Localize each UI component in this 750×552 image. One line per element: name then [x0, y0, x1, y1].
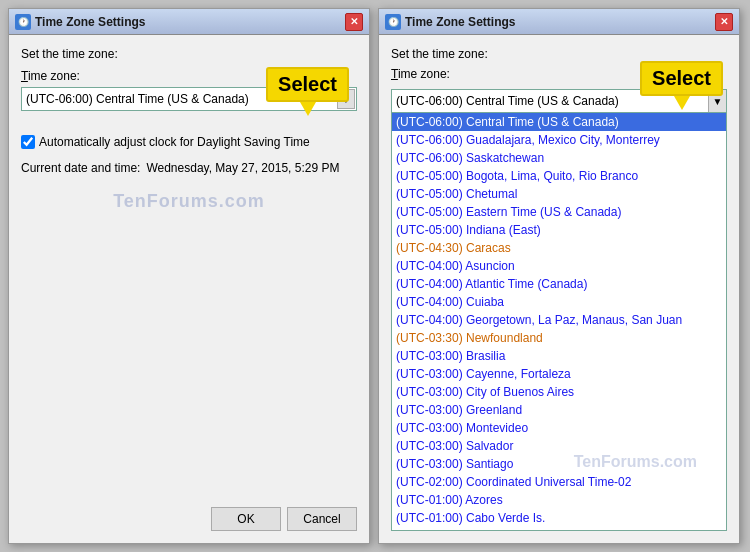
- left-ok-button[interactable]: OK: [211, 507, 281, 531]
- dropdown-item[interactable]: (UTC-05:00) Chetumal: [392, 185, 726, 203]
- dropdown-item[interactable]: (UTC-01:00) Cabo Verde Is.: [392, 509, 726, 527]
- dropdown-item[interactable]: (UTC-03:00) Santiago: [392, 455, 726, 473]
- left-dst-label: Automatically adjust clock for Daylight …: [39, 135, 310, 149]
- dropdown-item[interactable]: (UTC-04:00) Asuncion: [392, 257, 726, 275]
- right-set-timezone-label: Set the time zone:: [391, 47, 727, 61]
- dropdown-item[interactable]: (UTC-02:00) Coordinated Universal Time-0…: [392, 473, 726, 491]
- dropdown-item[interactable]: (UTC-04:00) Georgetown, La Paz, Manaus, …: [392, 311, 726, 329]
- left-window-icon: 🕐: [15, 14, 31, 30]
- left-close-button[interactable]: ✕: [345, 13, 363, 31]
- dropdown-item[interactable]: (UTC-03:00) Greenland: [392, 401, 726, 419]
- dropdown-item[interactable]: (UTC-01:00) Azores: [392, 491, 726, 509]
- right-title-bar: 🕐 Time Zone Settings ✕: [379, 9, 739, 35]
- dropdown-item[interactable]: (UTC-06:00) Central Time (US & Canada): [392, 113, 726, 131]
- left-button-row: OK Cancel: [21, 499, 357, 531]
- dropdown-item[interactable]: (UTC-03:00) Cayenne, Fortaleza: [392, 365, 726, 383]
- left-cancel-button[interactable]: Cancel: [287, 507, 357, 531]
- left-dst-checkbox[interactable]: [21, 135, 35, 149]
- dropdown-item[interactable]: (UTC-05:00) Indiana (East): [392, 221, 726, 239]
- left-current-date-label: Current date and time:: [21, 161, 140, 175]
- dropdown-item[interactable]: (UTC-03:00) Salvador: [392, 437, 726, 455]
- left-callout-arrow: [300, 102, 316, 116]
- left-window-title: Time Zone Settings: [35, 15, 341, 29]
- right-window-body: Set the time zone: Time zone: Select (UT…: [379, 35, 739, 543]
- left-window-body: Set the time zone: Time zone: (UTC-06:00…: [9, 35, 369, 543]
- dropdown-item[interactable]: (UTC-05:00) Bogota, Lima, Quito, Rio Bra…: [392, 167, 726, 185]
- left-watermark: TenForums.com: [21, 191, 357, 212]
- left-current-date-value: Wednesday, May 27, 2015, 5:29 PM: [146, 161, 339, 175]
- dropdown-item[interactable]: (UTC-06:00) Guadalajara, Mexico City, Mo…: [392, 131, 726, 149]
- dropdown-item[interactable]: (UTC-04:00) Cuiaba: [392, 293, 726, 311]
- right-callout-container: Select: [640, 61, 723, 96]
- dropdown-item[interactable]: (UTC) Casablanca: [392, 527, 726, 531]
- right-window: 🕐 Time Zone Settings ✕ Set the time zone…: [378, 8, 740, 544]
- dropdown-item[interactable]: (UTC-03:00) Montevideo: [392, 419, 726, 437]
- right-window-title: Time Zone Settings: [405, 15, 711, 29]
- left-callout-wrapper: Select: [266, 67, 349, 102]
- right-callout: Select: [640, 61, 723, 96]
- right-select-area: (UTC-06:00) Central Time (US & Canada) ▼…: [391, 87, 727, 531]
- left-callout-container: Select: [266, 67, 349, 102]
- right-window-icon: 🕐: [385, 14, 401, 30]
- left-callout: Select: [266, 67, 349, 102]
- dropdown-item[interactable]: (UTC-04:30) Caracas: [392, 239, 726, 257]
- left-set-timezone-label: Set the time zone:: [21, 47, 357, 61]
- left-title-bar: 🕐 Time Zone Settings ✕: [9, 9, 369, 35]
- dropdown-item[interactable]: (UTC-03:00) City of Buenos Aires: [392, 383, 726, 401]
- right-close-button[interactable]: ✕: [715, 13, 733, 31]
- right-callout-wrapper: Select: [640, 61, 723, 96]
- dropdown-item[interactable]: (UTC-05:00) Eastern Time (US & Canada): [392, 203, 726, 221]
- dropdown-item[interactable]: (UTC-03:30) Newfoundland: [392, 329, 726, 347]
- dropdown-item[interactable]: (UTC-06:00) Saskatchewan: [392, 149, 726, 167]
- dropdown-item[interactable]: (UTC-04:00) Atlantic Time (Canada): [392, 275, 726, 293]
- left-checkbox-row: Automatically adjust clock for Daylight …: [21, 135, 357, 149]
- right-timezone-value: (UTC-06:00) Central Time (US & Canada): [392, 94, 708, 108]
- right-dropdown-list[interactable]: (UTC-06:00) Central Time (US & Canada)(U…: [391, 113, 727, 531]
- dropdown-item[interactable]: (UTC-03:00) Brasilia: [392, 347, 726, 365]
- left-window: 🕐 Time Zone Settings ✕ Set the time zone…: [8, 8, 370, 544]
- right-callout-arrow: [674, 96, 690, 110]
